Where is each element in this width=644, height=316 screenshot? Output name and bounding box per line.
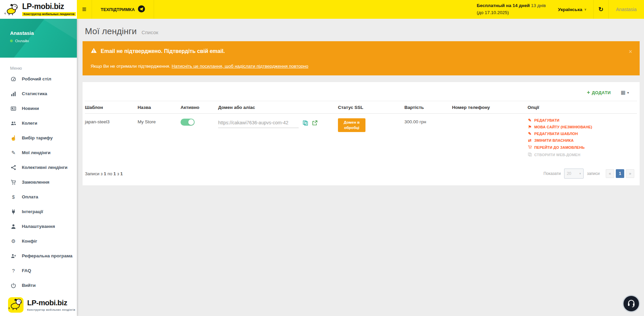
column-header: Активно xyxy=(181,101,218,114)
newspaper-icon xyxy=(10,105,17,111)
trial-until-date: (до 17.10.2025) xyxy=(477,9,546,16)
sidebar-item-collective-landings[interactable]: Колективні лендінги xyxy=(0,160,77,175)
plus-icon: + xyxy=(587,89,590,96)
dog-logo-icon xyxy=(4,3,19,16)
option-link[interactable]: ⇄ ЗМІНИТИ ВЛАСНИКА xyxy=(528,138,635,142)
column-header: Шаблон xyxy=(85,101,138,114)
sidebar-item-referral[interactable]: Реферальна програма xyxy=(0,248,77,263)
sidebar-item-integrations[interactable]: Інтеграції xyxy=(0,204,77,219)
gears-icon: ⚙ xyxy=(10,239,17,244)
sidebar-item-payment[interactable]: $ Оплата xyxy=(0,189,77,204)
close-icon[interactable]: × xyxy=(629,49,632,55)
column-header: Опції xyxy=(528,101,637,114)
sidebar-item-statistics[interactable]: Статистика xyxy=(0,86,77,101)
column-header: Назва xyxy=(138,101,181,114)
caret-down-icon: ▾ xyxy=(579,172,581,175)
page-size-select[interactable]: 20 ▾ xyxy=(564,169,584,179)
plug-icon xyxy=(10,208,17,214)
refresh-button[interactable]: ↻ xyxy=(593,0,609,19)
ssl-status-badge: Домен в обробці xyxy=(338,118,365,132)
support-label: ТЕХПІДТРИМКА xyxy=(101,7,135,12)
sidebar-item-tariff[interactable]: ☝ Вибір тарифу xyxy=(0,130,77,145)
sidebar-item-dashboard[interactable]: Робочий стіл xyxy=(0,71,77,86)
trial-plan-label: Бесплатный на 14 дней xyxy=(477,3,530,8)
edit-icon: ✎ xyxy=(528,132,532,136)
app-logo-subtitle: Конструктор мобильных лендингов xyxy=(22,12,76,16)
sidebar-item-my-landings[interactable]: ✎ Мої лендінги xyxy=(0,145,77,160)
option-link: СТВОРИТИ WEB-ДОМЕН xyxy=(528,152,635,157)
edit-icon: ✎ xyxy=(528,118,532,122)
sidebar-item-news[interactable]: Новини xyxy=(0,101,77,116)
pagination-prev-button[interactable]: « xyxy=(606,169,614,178)
app-logo[interactable]: LP-mobi.biz Конструктор мобильных лендин… xyxy=(0,0,77,19)
records-word-label: записи xyxy=(587,171,600,176)
language-current: Українська xyxy=(558,7,582,12)
sidebar: Anastasia Онлайн Меню Робочий стіл Стати… xyxy=(0,19,77,316)
footer-logo-subtitle: Конструктор мобільних лендінгів xyxy=(27,308,75,311)
sidebar-item-settings[interactable]: Налаштування xyxy=(0,219,77,234)
sidebar-item-orders[interactable]: Замовлення xyxy=(0,175,77,189)
headset-icon xyxy=(627,299,636,309)
header-username[interactable]: Anastasia xyxy=(609,7,644,12)
sidebar-user-name: Anastasia xyxy=(10,30,77,36)
table-row: japan-steel3 My Store Домен в обробці 30… xyxy=(85,114,637,160)
columns-visibility-button[interactable]: ▦ ▾ xyxy=(621,89,629,96)
cart-icon xyxy=(10,179,17,185)
telegram-icon xyxy=(138,5,145,13)
bar-chart-icon xyxy=(10,90,17,96)
copy-icon xyxy=(528,152,532,157)
sidebar-user-status: Онлайн xyxy=(15,39,29,43)
support-chat-button[interactable] xyxy=(623,295,640,312)
open-landing-icon[interactable] xyxy=(312,120,317,127)
exchange-icon: ⇄ xyxy=(528,138,532,142)
page-title: Мої лендінги xyxy=(85,26,137,36)
cell-price: 300.00 грн xyxy=(404,114,452,160)
add-button-label: ДОДАТИ xyxy=(592,90,610,95)
caret-down-icon: ▾ xyxy=(627,91,629,94)
language-selector[interactable]: Українська ∨ xyxy=(551,7,593,12)
chevron-down-icon: ∨ xyxy=(584,8,587,11)
sidebar-item-config[interactable]: ⚙ Конфіг xyxy=(0,234,77,248)
top-header: LP-mobi.biz Конструктор мобильных лендин… xyxy=(0,0,644,19)
sidebar-menu: Робочий стіл Статистика Новини Колеги ☝ … xyxy=(0,71,77,293)
language-icon: ⚑ xyxy=(528,125,532,129)
warning-icon xyxy=(91,48,97,55)
email-warning-banner: Email не підтверджено. Підтвердіть свій … xyxy=(83,41,640,75)
sidebar-item-faq[interactable]: ? FAQ xyxy=(0,263,77,278)
alert-title-text: Email не підтверджено. Підтвердіть свій … xyxy=(101,48,225,54)
user-plus-icon xyxy=(10,253,17,258)
add-landing-button[interactable]: + ДОДАТИ xyxy=(587,89,611,96)
options-list: ✎ РЕДАГУВАТИ ⚑ МОВА САЙТУ (НЕЗМІНЮВАНЕ) … xyxy=(528,118,635,157)
sidebar-item-logout[interactable]: Вийти xyxy=(0,278,77,293)
cell-template: japan-steel3 xyxy=(85,114,138,160)
sidebar-user-panel: Anastasia Онлайн xyxy=(0,19,77,58)
menu-section-label: Меню xyxy=(0,58,77,71)
dog-logo-icon xyxy=(8,298,23,312)
user-icon xyxy=(10,223,17,229)
hamburger-icon: ≡ xyxy=(82,5,87,14)
option-link[interactable]: ПЕРЕЙТИ ДО ЗАМОВЛЕНЬ xyxy=(528,145,635,150)
active-toggle[interactable] xyxy=(181,119,195,126)
domain-input[interactable] xyxy=(218,119,299,128)
page-header: Мої лендінги Список xyxy=(77,19,644,41)
online-status-dot xyxy=(10,40,13,42)
option-link[interactable]: ⚑ МОВА САЙТУ (НЕЗМІНЮВАНЕ) xyxy=(528,125,635,129)
dashboard-icon xyxy=(10,76,17,81)
tech-support-button[interactable]: ТЕХПІДТРИМКА xyxy=(92,0,154,19)
sidebar-toggle-button[interactable]: ≡ xyxy=(77,0,92,19)
question-icon: ? xyxy=(10,268,17,273)
sidebar-item-colleagues[interactable]: Колеги xyxy=(0,116,77,130)
column-header: Статус SSL xyxy=(338,101,404,114)
option-link[interactable]: ✎ РЕДАГУВАТИ ШАБЛОН xyxy=(528,132,635,136)
pagination-page-1-button[interactable]: 1 xyxy=(616,169,624,178)
copy-domain-icon[interactable] xyxy=(303,120,308,127)
trial-status: Бесплатный на 14 дней 13 днів (до 17.10.… xyxy=(477,2,551,16)
pen-icon: ✎ xyxy=(10,150,17,155)
main-content: Мої лендінги Список Email не підтверджен… xyxy=(77,19,644,316)
header-right-cluster: Бесплатный на 14 дней 13 днів (до 17.10.… xyxy=(477,0,644,19)
column-header: Номер телефону xyxy=(452,101,528,114)
hand-pointer-icon: ☝ xyxy=(10,135,17,140)
pagination-next-button[interactable]: » xyxy=(626,169,634,178)
resend-confirmation-link[interactable]: Натисніть це посилання, щоб надіслати пі… xyxy=(172,64,308,69)
option-link[interactable]: ✎ РЕДАГУВАТИ xyxy=(528,118,635,122)
